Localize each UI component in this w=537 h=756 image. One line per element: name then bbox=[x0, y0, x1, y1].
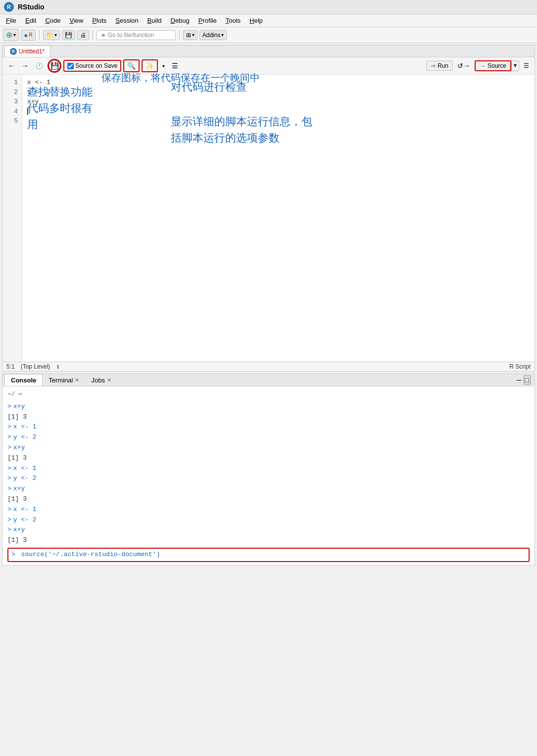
console-output-1: [1] 3 bbox=[7, 453, 530, 464]
source-label: Source bbox=[488, 62, 506, 69]
prompt-x1: > bbox=[7, 422, 11, 432]
menu-file[interactable]: File bbox=[2, 15, 20, 26]
output-1: [1] 3 bbox=[7, 453, 27, 464]
cmd-y3: y <- 2 bbox=[13, 515, 37, 525]
source-annotation: 显示详细的脚本运行信息，包括脚本运行的选项参数 bbox=[171, 114, 312, 147]
script-type: R Script bbox=[509, 363, 531, 370]
tab-console[interactable]: Console bbox=[4, 374, 43, 386]
new-file-dropdown[interactable]: ▾ bbox=[13, 32, 16, 38]
menu-tools[interactable]: Tools bbox=[222, 15, 244, 26]
rerun-icon: ↺ bbox=[457, 62, 463, 70]
compile-button[interactable]: ☰ bbox=[169, 60, 181, 71]
save-button[interactable]: 💾 bbox=[62, 30, 75, 40]
terminal-close-icon[interactable]: ✕ bbox=[75, 377, 79, 383]
line-numbers: 1 2 3 4 5 bbox=[2, 75, 22, 362]
arrow-right-icon: ➤ bbox=[101, 32, 106, 39]
separator-3 bbox=[179, 30, 180, 40]
source-arrow-icon: → bbox=[480, 62, 486, 69]
menu-session[interactable]: Session bbox=[111, 15, 142, 26]
wand-icon: ✨ bbox=[146, 62, 154, 70]
prompt-y1: > bbox=[7, 432, 11, 443]
menu-code[interactable]: Code bbox=[41, 15, 64, 26]
jobs-tab-label: Jobs bbox=[91, 377, 104, 384]
code-line-2: y <- 2 bbox=[27, 88, 530, 97]
rerun-arrow: → bbox=[463, 62, 470, 70]
prompt-0: > bbox=[7, 402, 11, 412]
source-on-save-checkbox-label[interactable]: Source on Save bbox=[63, 60, 121, 72]
console-content[interactable]: ~/ ⇒ > x+y [1] 3 > x <- 1 > y <- 2 > x+y… bbox=[2, 386, 535, 565]
title-bar: R RStudio bbox=[0, 0, 537, 14]
save-icon: 💾 bbox=[65, 32, 72, 39]
tab-terminal[interactable]: Terminal ✕ bbox=[43, 375, 85, 386]
folder-icon: 📁 bbox=[46, 32, 53, 39]
console-output-3: [1] 3 bbox=[7, 535, 530, 546]
source-button[interactable]: → Source bbox=[475, 60, 511, 71]
last-prompt: > bbox=[11, 550, 15, 560]
search-icon: 🔍 bbox=[127, 62, 136, 70]
code-editor[interactable]: 1 2 3 4 5 x <- 1 y <- 2 x+y 查找替换功能代码多时很有… bbox=[2, 75, 535, 362]
options-button[interactable]: ☰ bbox=[521, 61, 532, 71]
cmd-xy1: x+y bbox=[13, 443, 25, 453]
console-line-xy1: > x+y bbox=[7, 443, 530, 453]
source-on-save-checkbox[interactable] bbox=[67, 63, 74, 69]
menu-view[interactable]: View bbox=[65, 15, 87, 26]
code-tools-dropdown[interactable]: ▾ bbox=[160, 62, 167, 70]
editor-toolbar: ← → 🕐 💾 Source on Save 🔍 ✨ ▾ ☰ ⇒ Run bbox=[2, 57, 535, 75]
open-project-button[interactable]: ● R bbox=[21, 30, 36, 41]
goto-file-button[interactable]: ➤ Go to file/function bbox=[97, 30, 176, 40]
cmd-xy3: x+y bbox=[13, 525, 25, 535]
open-folder-button[interactable]: 📁 ▾ bbox=[43, 30, 60, 40]
line-num-3: 3 bbox=[6, 97, 18, 107]
addins-button[interactable]: Addins ▾ bbox=[199, 30, 227, 40]
minimize-icon[interactable]: ─ bbox=[517, 376, 522, 384]
new-file-button[interactable]: ⊕ ▾ bbox=[3, 29, 19, 41]
code-line-3: x+y bbox=[27, 97, 530, 107]
console-last-command[interactable]: > source('~/.active-rstudio-document') bbox=[7, 548, 530, 562]
menu-build[interactable]: Build bbox=[144, 15, 166, 26]
r-icon: R bbox=[10, 48, 17, 55]
source-dropdown-button[interactable]: ▾ bbox=[511, 60, 519, 71]
console-line-xplusy-0: > x+y bbox=[7, 402, 530, 412]
cmd-xy2: x+y bbox=[13, 484, 25, 494]
forward-button[interactable]: → bbox=[19, 60, 31, 71]
prompt-xy2: > bbox=[7, 484, 11, 494]
line-num-1: 1 bbox=[6, 78, 18, 88]
menu-plots[interactable]: Plots bbox=[88, 15, 110, 26]
output-0: [1] 3 bbox=[7, 412, 27, 423]
source-on-save-label: Source on Save bbox=[75, 62, 117, 69]
print-button[interactable]: 🖨 bbox=[77, 30, 89, 40]
rerun-button[interactable]: ↺ → bbox=[455, 60, 473, 71]
project-icon2: R bbox=[29, 32, 32, 38]
run-button[interactable]: ⇒ Run bbox=[426, 61, 453, 71]
back-button[interactable]: ← bbox=[5, 60, 17, 71]
jobs-close-icon[interactable]: ✕ bbox=[107, 377, 111, 383]
layout-dropdown-icon[interactable]: ▾ bbox=[192, 32, 195, 38]
folder-dropdown-icon[interactable]: ▾ bbox=[54, 32, 57, 38]
grid-icon: ⊞ bbox=[186, 32, 191, 39]
console-output-0: [1] 3 bbox=[7, 412, 530, 423]
prompt-y3: > bbox=[7, 515, 11, 525]
find-button[interactable]: 🔍 bbox=[123, 59, 140, 72]
separator-2 bbox=[93, 30, 93, 40]
code-content[interactable]: x <- 1 y <- 2 x+y 查找替换功能代码多时很有用 对代码进行检查 … bbox=[22, 75, 535, 362]
layout-button[interactable]: ⊞ ▾ bbox=[183, 30, 197, 40]
save-highlighted-button[interactable]: 💾 bbox=[48, 59, 61, 73]
menu-profile[interactable]: Profile bbox=[195, 15, 221, 26]
cmd-x3: x <- 1 bbox=[13, 505, 37, 515]
tab-jobs[interactable]: Jobs ✕ bbox=[85, 375, 117, 386]
addins-dropdown-icon[interactable]: ▾ bbox=[221, 32, 224, 38]
menu-debug[interactable]: Debug bbox=[167, 15, 194, 26]
level-selector[interactable]: (Top Level) bbox=[21, 363, 50, 370]
code-tools-button[interactable]: ✨ bbox=[142, 59, 158, 72]
cmd-x1: x <- 1 bbox=[13, 422, 37, 432]
menu-help[interactable]: Help bbox=[245, 15, 267, 26]
maximize-icon[interactable]: □ bbox=[524, 376, 531, 384]
cmd-y2: y <- 2 bbox=[13, 473, 37, 484]
tab-title: Untitled1* bbox=[19, 48, 45, 55]
new-file-icon: ⊕ bbox=[6, 30, 12, 40]
menu-edit[interactable]: Edit bbox=[21, 15, 40, 26]
goto-label: Go to file/function bbox=[108, 32, 154, 39]
history-button[interactable]: 🕐 bbox=[33, 61, 46, 71]
compile-icon: ☰ bbox=[172, 62, 178, 70]
editor-tab-untitled1[interactable]: R Untitled1* bbox=[4, 46, 50, 57]
